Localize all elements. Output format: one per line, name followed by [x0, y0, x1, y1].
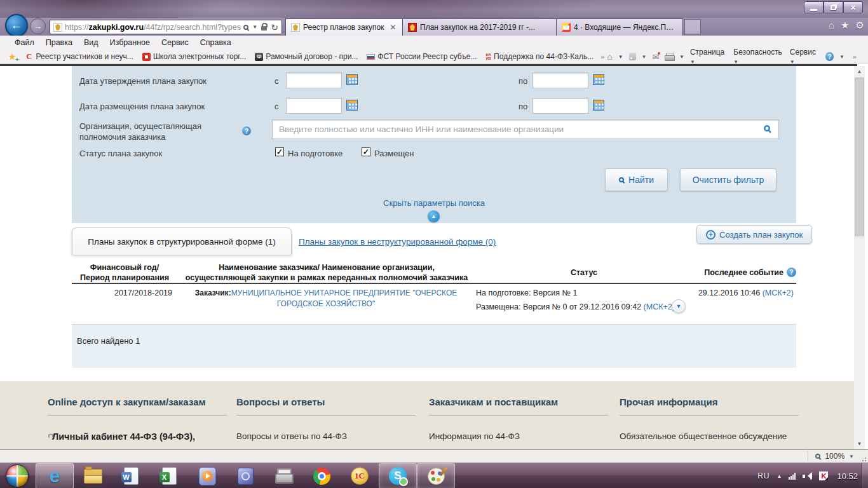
search-icon[interactable]	[764, 125, 770, 132]
tab-yandex-mail[interactable]: 4 · Входящие — Яндекс.Почта	[556, 18, 683, 36]
forward-button[interactable]: →	[30, 18, 46, 34]
home-icon[interactable]: ⌂	[829, 20, 834, 31]
menu-edit[interactable]: Правка	[40, 37, 78, 48]
taskbar-file-explorer[interactable]	[74, 463, 112, 488]
hide-search-params-link[interactable]: Скрыть параметры поиска	[72, 198, 796, 208]
favorite-link-5[interactable]: НАИЗПоддержка по 44-ФЗ-Каль...	[481, 52, 598, 61]
footer-link-info-44fz[interactable]: Информация по 44-ФЗ	[429, 431, 620, 441]
tab-plan-2017-2019[interactable]: План закупок на 2017-2019 гг -...	[402, 18, 557, 36]
search-icon[interactable]	[243, 25, 248, 30]
footer-link-faq-44fz[interactable]: Вопросы и ответы по 44-ФЗ	[236, 431, 427, 441]
timezone-link[interactable]: (МСК+2)	[644, 302, 675, 311]
clear-filter-button[interactable]: Очистить фильтр	[680, 168, 776, 191]
rss-feed-icon[interactable]	[629, 53, 636, 60]
network-icon[interactable]	[789, 472, 796, 480]
taskbar-skype[interactable]: S	[379, 463, 417, 488]
help-dropdown-icon[interactable]: ▼	[839, 54, 844, 60]
taskbar-1c[interactable]: 1С	[341, 463, 379, 488]
taskbar-media-player[interactable]	[188, 463, 226, 488]
vertical-scrollbar[interactable]: ▲ ▼	[854, 66, 865, 449]
scroll-down-button[interactable]: ▼	[854, 438, 865, 449]
tab-unstructured-plans-link[interactable]: Планы закупок в неструктурированной форм…	[299, 237, 496, 247]
taskbar-clock[interactable]: 10:52	[837, 471, 858, 481]
url-text[interactable]: https://zakupki.gov.ru/44fz/rpz/search.h…	[65, 23, 241, 32]
checkbox-placed-label[interactable]: Размещен	[374, 149, 414, 158]
menu-help[interactable]: Справка	[194, 37, 237, 48]
calendar-icon[interactable]	[346, 100, 358, 111]
address-bar[interactable]: https://zakupki.gov.ru/44fz/rpz/search.h…	[50, 20, 282, 34]
date-approved-from-input[interactable]	[286, 72, 342, 88]
taskbar-chrome[interactable]	[302, 463, 341, 488]
date-placed-from-input[interactable]	[286, 98, 342, 114]
organization-search-input[interactable]	[272, 119, 779, 139]
help-icon[interactable]: ?	[242, 126, 251, 135]
checkbox-in-preparation-label[interactable]: На подготовке	[288, 149, 342, 158]
show-desktop-button[interactable]	[861, 463, 868, 488]
menu-view[interactable]: Вид	[78, 37, 104, 48]
favorites-star-icon[interactable]: ★	[841, 20, 849, 31]
settings-gear-icon[interactable]: ⚙	[856, 20, 864, 31]
taskbar-paint[interactable]	[417, 463, 455, 488]
footer-link-cabinet[interactable]: Личный кабинет 44-ФЗ (94-ФЗ),	[48, 431, 238, 442]
help-icon[interactable]: ?	[825, 52, 834, 61]
read-mail-icon[interactable]: ✉	[652, 52, 659, 62]
menu-tools[interactable]: Сервис	[156, 37, 194, 48]
favorite-link-3[interactable]: ФРамочный договор - при...	[250, 52, 362, 61]
row-actions-dropdown[interactable]: ▼	[672, 299, 686, 313]
customer-link[interactable]: МУНИЦИПАЛЬНОЕ УНИТАРНОЕ ПРЕДПРИЯТИЕ "ОЧЕ…	[231, 288, 458, 308]
create-plan-button[interactable]: + Создать план закупок	[696, 225, 812, 244]
commands-chevron-icon[interactable]: »	[850, 53, 859, 60]
home-page-icon[interactable]: ⌂	[607, 51, 612, 62]
taskbar-app-cube[interactable]	[226, 463, 264, 488]
address-dropdown-icon[interactable]: ▼	[252, 24, 257, 30]
calendar-icon[interactable]	[593, 74, 604, 85]
favorite-link-2[interactable]: Школа электронных торг...	[138, 52, 250, 61]
calendar-icon[interactable]	[593, 100, 604, 111]
date-approved-to-input[interactable]	[532, 72, 588, 88]
tab-registry-plans[interactable]: Реестр планов закупок ✕	[285, 18, 403, 36]
taskbar-fax-printer[interactable]	[264, 463, 302, 488]
start-button[interactable]	[6, 464, 29, 487]
close-button[interactable]: ×	[843, 1, 863, 13]
taskbar-internet-explorer[interactable]: e	[36, 463, 74, 488]
refresh-icon[interactable]: ↻	[271, 23, 278, 32]
hidden-icons-chevron[interactable]: ▲	[777, 473, 782, 479]
page-menu[interactable]: Страница ▼	[690, 48, 728, 65]
checkbox-placed[interactable]: ✓	[362, 147, 370, 156]
menu-file[interactable]: Файл	[9, 37, 40, 48]
tools-menu[interactable]: Сервис ▼	[790, 48, 820, 65]
printer-icon[interactable]	[665, 53, 674, 61]
calendar-icon[interactable]	[346, 74, 358, 85]
minimize-button[interactable]	[804, 1, 824, 13]
zoom-control[interactable]: 100% ▼	[808, 450, 854, 463]
resize-grip[interactable]	[859, 454, 867, 463]
date-placed-to-input[interactable]	[532, 98, 588, 114]
menu-favorites[interactable]: Избранное	[104, 37, 156, 48]
safety-menu[interactable]: Безопасность ▼	[733, 48, 784, 65]
zoom-dropdown-icon[interactable]: ▼	[849, 454, 854, 459]
checkbox-in-preparation[interactable]: ✓	[275, 147, 284, 156]
tab-structured-plans[interactable]: Планы закупок в структурированной форме …	[72, 227, 292, 255]
new-tab-button[interactable]	[684, 19, 701, 34]
find-button[interactable]: Найти	[605, 168, 668, 191]
rss-dropdown-icon[interactable]: ▼	[642, 54, 647, 60]
favorite-link-4[interactable]: ФСТ России Реестр субъе...	[362, 52, 481, 61]
taskbar-word[interactable]: W	[112, 463, 150, 488]
print-dropdown-icon[interactable]: ▼	[679, 54, 684, 60]
taskbar-excel[interactable]: X	[150, 463, 188, 488]
timezone-link[interactable]: (МСК+2)	[763, 288, 794, 297]
volume-icon[interactable]	[803, 472, 812, 480]
scroll-up-button[interactable]: ▲	[854, 66, 865, 77]
scrollbar-thumb[interactable]	[855, 78, 864, 236]
footer-link-public-discussion[interactable]: Обязательное общественное обсуждение	[620, 431, 810, 441]
language-indicator[interactable]: RU	[757, 471, 770, 480]
help-icon[interactable]: ?	[787, 268, 796, 277]
back-button[interactable]: ←	[5, 14, 28, 37]
collapse-up-button[interactable]: ▲	[428, 210, 440, 222]
favorite-link-1[interactable]: CРеестр участников и неуч...	[21, 52, 138, 61]
add-favorite-button[interactable]: ★	[4, 51, 21, 62]
restore-button[interactable]	[824, 1, 843, 13]
tab-close-icon[interactable]: ✕	[390, 23, 397, 32]
overflow-chevron-icon[interactable]: »	[598, 53, 607, 60]
kaspersky-icon[interactable]: K	[819, 471, 828, 480]
